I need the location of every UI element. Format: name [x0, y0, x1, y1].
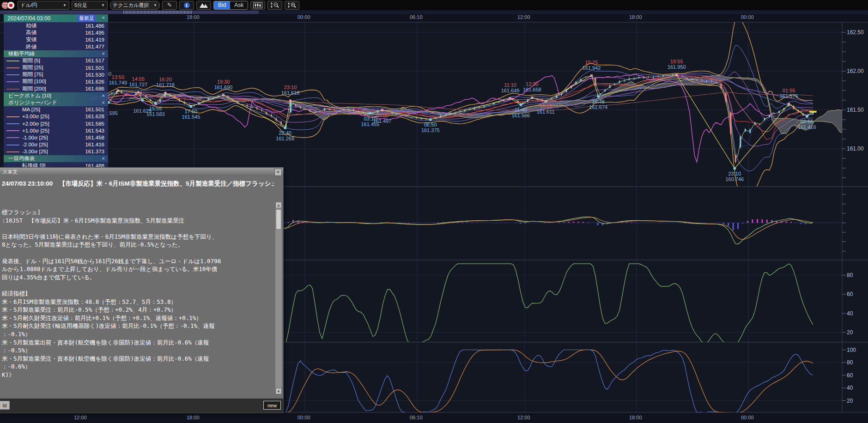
- legend-row: 安値161.419: [4, 36, 108, 43]
- section-title: 一目均衡表: [8, 155, 35, 162]
- legend-row: -1.00σ [25]161.458: [4, 134, 108, 141]
- technical-select-button[interactable]: テクニカル選択 ▼: [110, 1, 160, 10]
- vertical-zoom-out-button[interactable]: [267, 1, 282, 10]
- section-title: 移動平均線: [8, 50, 35, 57]
- bottom-marker: [597, 95, 600, 97]
- series-value: 161.416: [85, 142, 104, 147]
- series-color-swatch-icon: [6, 137, 19, 138]
- news-window-title: ス本文: [2, 169, 18, 175]
- series-label: -3.00σ [25]: [22, 149, 48, 154]
- legend-section-header: ピークボトム [10]×: [4, 92, 108, 99]
- close-icon[interactable]: ×: [102, 15, 105, 20]
- pair-select-value: ドル/円: [20, 2, 37, 9]
- rsi-axis-label: 80: [847, 272, 853, 278]
- indicator-legend-panel[interactable]: 2024/07/04 03:00 最新足 × 始値161.486高値161.49…: [4, 14, 108, 167]
- series-label: +2.00σ [25]: [22, 121, 49, 127]
- annotation-time: 16:20: [159, 77, 172, 82]
- legend-row: +2.00σ [25]161.585: [4, 120, 108, 127]
- bottom-marker: [190, 105, 192, 108]
- series-label: 転換線 [9]: [22, 162, 45, 167]
- news-body-line: :10JST 【市場反応】米・6月ISM非製造業景況指数、5月製造業受注: [2, 217, 273, 225]
- timeframe-select-value: 5分足: [74, 2, 87, 9]
- bottom-marker: [806, 115, 808, 118]
- news-body-line: ：-0.6%）: [2, 363, 273, 371]
- news-scrollbar[interactable]: ▲ ▼: [275, 202, 282, 394]
- pencil-icon: ✎: [167, 2, 172, 8]
- chart-style-candle-button[interactable]: [250, 1, 265, 10]
- ohlc-label: 終値: [26, 43, 36, 50]
- annotation-time: 19:30: [217, 79, 230, 85]
- series-color-swatch-icon: [6, 165, 19, 166]
- timeframe-select[interactable]: 5分足 ▼: [72, 1, 108, 10]
- ask-button[interactable]: Ask: [230, 1, 248, 9]
- close-icon[interactable]: ×: [102, 93, 105, 98]
- series-color-swatch-icon: [6, 67, 19, 68]
- chart-style-area-button[interactable]: [196, 1, 211, 10]
- bid-button[interactable]: Bid: [214, 1, 230, 9]
- news-window-footer: ld new: [0, 399, 283, 413]
- annotation-time: 23:10: [284, 85, 297, 90]
- news-body-line: [2, 249, 273, 257]
- scroll-down-icon[interactable]: ▼: [275, 388, 282, 394]
- vertical-zoom-in-button[interactable]: [285, 1, 299, 10]
- info-button[interactable]: i: [179, 1, 194, 10]
- close-icon[interactable]: ×: [274, 169, 282, 176]
- series-color-swatch-icon: [6, 123, 19, 124]
- scrollbar-thumb[interactable]: [276, 209, 281, 230]
- news-body-line: 米・5月製造業受注・資本財(航空機を除く非国防)改定値：前月比-0.6%（速報: [2, 355, 273, 363]
- draw-tool-button[interactable]: ✎: [162, 1, 177, 10]
- legend-row: 期間 [25]161.501: [4, 64, 108, 71]
- currency-flags: [1, 1, 15, 9]
- legend-row: 期間 [100]161.626: [4, 78, 108, 85]
- close-icon[interactable]: ×: [102, 51, 105, 56]
- pair-select[interactable]: ドル/円 ▼: [18, 1, 69, 10]
- news-body-line: 米・5月耐久財受注(輸送用機器除く)改定値：前月比-0.1%（予想：-0.1%、…: [2, 322, 273, 330]
- series-color-swatch-icon: [6, 116, 19, 117]
- time-axis-label-bottom: 00:00: [741, 415, 754, 420]
- annotation-time: 19:55: [670, 59, 683, 64]
- annotation-price: 161.618: [281, 90, 300, 96]
- news-article-window[interactable]: ス本文 × 24/07/03 23:10:00 【市場反応】米・6月ISM非製造…: [0, 167, 284, 413]
- scroll-up-icon[interactable]: ▲: [275, 202, 282, 208]
- peak-marker: [590, 74, 593, 77]
- rsi-axis-label: 20: [847, 329, 853, 336]
- series-label: 期間 [100]: [22, 78, 46, 85]
- bottom-marker: [520, 103, 522, 106]
- new-button[interactable]: new: [263, 401, 281, 410]
- annotation-price: 161.566: [511, 113, 530, 118]
- series-label: +3.00σ [25]: [22, 114, 49, 119]
- annotation-price: 161.611: [537, 109, 555, 115]
- legend-row: 期間 [5]161.517: [4, 57, 108, 64]
- annotation-time: 22:40: [279, 130, 291, 136]
- series-label: 期間 [5]: [22, 57, 40, 64]
- footer-left-button[interactable]: ld: [0, 401, 10, 410]
- info-icon: i: [184, 2, 190, 8]
- time-axis-label-bottom: 12:00: [74, 415, 87, 420]
- close-icon[interactable]: ×: [102, 100, 105, 105]
- bottom-marker: [284, 127, 286, 129]
- series-value: 161.419: [85, 37, 104, 42]
- chevron-down-icon: ▼: [101, 3, 105, 7]
- annotation-price: 161.268: [276, 136, 294, 141]
- annotation-price: 161.583: [146, 111, 165, 117]
- price-axis-label: 162.00: [847, 68, 864, 74]
- series-value: 161.628: [85, 114, 104, 119]
- series-color-swatch-icon: [6, 151, 19, 152]
- series-label: MA [25]: [22, 107, 40, 112]
- candle-datetime: 2024/07/04 03:00: [7, 15, 50, 22]
- peak-marker: [545, 100, 547, 103]
- annotation-time: 13:50: [112, 74, 125, 80]
- time-axis-label-top: 06:10: [410, 14, 423, 20]
- legend-row: -2.00σ [25]161.416: [4, 141, 108, 148]
- price-axis-label: 161.00: [847, 145, 864, 152]
- close-icon[interactable]: ×: [102, 156, 105, 161]
- strip-ticks: [123, 11, 193, 14]
- news-window-titlebar[interactable]: ス本文: [0, 168, 283, 176]
- stoch-axis-label: 60: [847, 372, 853, 379]
- legend-row: -3.00σ [25]161.373: [4, 148, 108, 155]
- time-axis-label-bottom: 18:00: [187, 415, 200, 420]
- annotation-time: 14:55: [132, 76, 145, 82]
- series-color-swatch-icon: [6, 60, 19, 61]
- series-value: 161.373: [85, 149, 104, 154]
- legend-rows: 始値161.486高値161.495安値161.419終値161.477移動平均…: [4, 22, 108, 167]
